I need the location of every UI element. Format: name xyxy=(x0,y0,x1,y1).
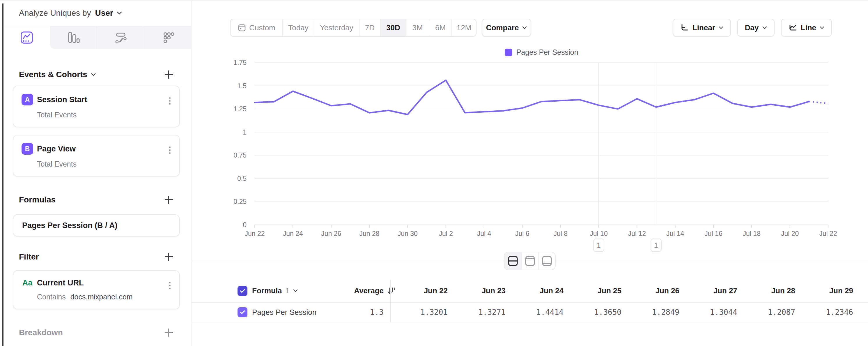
calendar-icon xyxy=(238,23,246,32)
svg-text:1: 1 xyxy=(654,241,658,249)
svg-text:Jul 6: Jul 6 xyxy=(515,230,529,237)
event-card-a[interactable]: A Session Start Total Events xyxy=(13,86,180,127)
range-today[interactable]: Today xyxy=(282,19,314,36)
chart-series-line[interactable] xyxy=(255,80,809,115)
event-aggregation[interactable]: Total Events xyxy=(37,160,172,168)
date-column-header: Jun 28 xyxy=(739,280,796,302)
add-filter-button[interactable] xyxy=(163,252,174,262)
events-cohorts-title[interactable]: Events & Cohorts xyxy=(19,70,96,79)
filter-title: Filter xyxy=(19,252,39,262)
svg-text:Jul 10: Jul 10 xyxy=(590,230,608,237)
formula-column-header[interactable]: Formula 1 xyxy=(252,280,298,302)
date-range-control: CustomTodayYesterday7D30D3M6M12M xyxy=(230,19,476,37)
svg-text:Jul 20: Jul 20 xyxy=(781,230,799,237)
range-3m[interactable]: 3M xyxy=(406,19,429,36)
date-column-header: Jun 26 xyxy=(623,280,681,302)
chart-toolbar: CustomTodayYesterday7D30D3M6M12M Compare… xyxy=(191,19,868,37)
events-cohorts-header: Events & Cohorts xyxy=(13,68,182,81)
chevron-down-icon xyxy=(117,11,122,15)
svg-text:Jun 26: Jun 26 xyxy=(321,230,341,237)
series-average: 1.3 xyxy=(296,302,384,322)
add-breakdown-button[interactable] xyxy=(163,327,174,338)
svg-text:Jul 4: Jul 4 xyxy=(477,230,491,237)
tab-line-chart[interactable] xyxy=(3,26,50,49)
tab-bar-chart[interactable] xyxy=(50,26,97,49)
svg-text:Jul 12: Jul 12 xyxy=(628,230,646,237)
event-title: Session Start xyxy=(37,95,87,104)
formulas-header: Formulas xyxy=(13,193,182,206)
svg-text:0.25: 0.25 xyxy=(234,198,247,205)
range-custom[interactable]: Custom xyxy=(230,19,282,36)
grid-dots-icon xyxy=(161,31,174,44)
table-column-divider xyxy=(390,280,391,322)
event-card-b[interactable]: B Page View Total Events xyxy=(13,135,180,176)
date-column-header: Jun 24 xyxy=(507,280,565,302)
event-badge: B xyxy=(22,143,33,155)
range-yesterday[interactable]: Yesterday xyxy=(314,19,359,36)
string-property-icon: Aa xyxy=(22,279,33,287)
series-value-cell: 1.2849 xyxy=(623,302,681,322)
view-layout-toggle xyxy=(504,252,556,270)
formula-name: Pages Per Session (B / A) xyxy=(22,221,118,230)
series-value-cell: 1.3201 xyxy=(391,302,449,322)
add-formula-button[interactable] xyxy=(163,195,174,205)
kebab-menu-icon[interactable] xyxy=(168,281,172,290)
y-scale-button[interactable]: Linear xyxy=(673,19,731,37)
annotation-markers[interactable]: 11 xyxy=(593,239,661,252)
svg-text:1: 1 xyxy=(243,128,247,136)
event-badge: A xyxy=(22,94,33,106)
kebab-menu-icon[interactable] xyxy=(168,96,172,106)
view-split-button[interactable] xyxy=(504,252,521,270)
line-chart[interactable]: 00.250.50.7511.251.51.75Jun 22Jun 24Jun … xyxy=(191,41,868,263)
filter-value[interactable]: docs.mixpanel.com xyxy=(70,293,133,301)
bar-chart-icon xyxy=(67,31,80,44)
svg-text:Jul 2: Jul 2 xyxy=(439,230,453,237)
svg-text:0.5: 0.5 xyxy=(237,175,247,182)
series-checkbox[interactable] xyxy=(238,307,247,317)
chevron-down-icon xyxy=(762,26,767,29)
view-chart-only-button[interactable] xyxy=(521,252,538,270)
svg-text:Jun 30: Jun 30 xyxy=(398,230,418,237)
compare-button[interactable]: Compare xyxy=(482,19,531,37)
view-table-only-button[interactable] xyxy=(538,252,555,270)
series-value-cell: 1.3271 xyxy=(449,302,507,322)
flow-chart-icon xyxy=(114,31,127,44)
check-icon xyxy=(240,310,245,315)
date-column-headers: Jun 22Jun 23Jun 24Jun 25Jun 26Jun 27Jun … xyxy=(391,280,854,302)
select-all-checkbox[interactable] xyxy=(238,286,247,296)
series-values: 1.32011.32711.44141.36501.28491.30441.20… xyxy=(391,302,854,322)
line-chart-svg[interactable]: 00.250.50.7511.251.51.75Jun 22Jun 24Jun … xyxy=(191,41,868,263)
filter-operator[interactable]: Contains xyxy=(37,293,66,301)
formula-card[interactable]: Pages Per Session (B / A) xyxy=(13,214,180,236)
add-event-button[interactable] xyxy=(163,69,174,80)
chart-series-line-projected[interactable] xyxy=(809,102,828,104)
filter-card[interactable]: Aa Current URL Contains docs.mixpanel.co… xyxy=(13,270,180,309)
tab-flow-chart[interactable] xyxy=(97,26,144,49)
sidebar-body: Events & Cohorts A Session Start Total E… xyxy=(3,68,191,339)
results-table-header: Formula 1 Average Jun 22Jun 23Jun 24Jun … xyxy=(191,280,868,302)
analyze-uniques-selector[interactable]: User xyxy=(95,8,122,18)
range-30d[interactable]: 30D xyxy=(380,19,406,36)
date-column-header: Jun 25 xyxy=(565,280,623,302)
range-7d[interactable]: 7D xyxy=(359,19,380,36)
series-value-cell: 1.3044 xyxy=(681,302,739,322)
tab-grid-metrics[interactable] xyxy=(144,26,191,49)
event-aggregation[interactable]: Total Events xyxy=(37,111,172,119)
svg-text:Jul 8: Jul 8 xyxy=(553,230,568,237)
report-main: CustomTodayYesterday7D30D3M6M12M Compare… xyxy=(191,1,868,346)
chart-style-button[interactable]: Line xyxy=(781,19,832,37)
mixpanel-insights-app: Analyze Uniques by User xyxy=(0,0,868,346)
interval-button[interactable]: Day xyxy=(737,19,775,37)
svg-text:Jun 24: Jun 24 xyxy=(283,230,303,237)
svg-text:Jul 16: Jul 16 xyxy=(705,230,722,237)
range-12m[interactable]: 12M xyxy=(452,19,476,36)
kebab-menu-icon[interactable] xyxy=(168,145,172,155)
svg-text:1.5: 1.5 xyxy=(237,82,247,90)
date-column-header: Jun 23 xyxy=(449,280,507,302)
range-6m[interactable]: 6M xyxy=(429,19,452,36)
chart-type-tabs xyxy=(3,26,191,49)
results-table-row[interactable]: Pages Per Session 1.3 1.32011.32711.4414… xyxy=(191,302,868,322)
chevron-down-icon xyxy=(820,26,824,29)
filter-header: Filter xyxy=(13,251,182,263)
date-column-header: Jun 27 xyxy=(681,280,739,302)
